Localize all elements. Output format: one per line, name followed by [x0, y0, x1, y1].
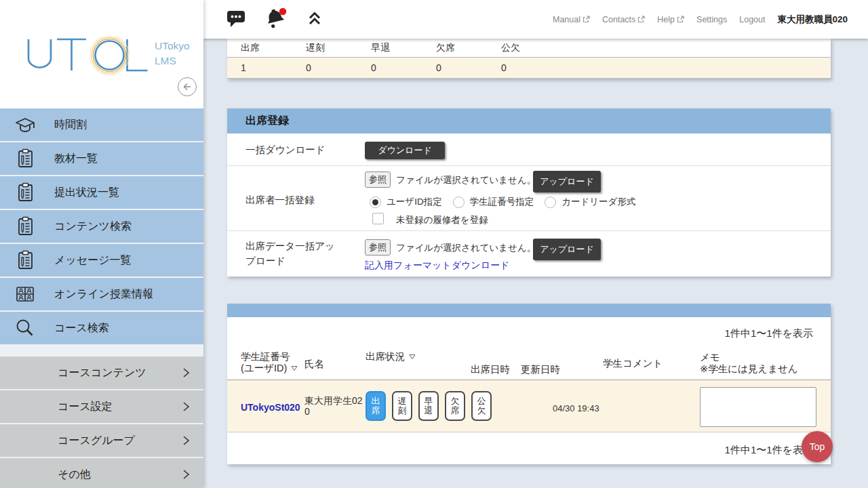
attendance-register-panel: 出席登録 一括ダウンロード ダウンロード 出席者一括登録 参照 ファイルが選択さ… [227, 108, 831, 277]
radio-card-reader[interactable] [545, 197, 556, 208]
download-button[interactable]: ダウンロード [365, 142, 445, 159]
student-no-header-line2: (ユーザID) [241, 363, 298, 374]
svg-text:UTokyo: UTokyo [155, 40, 190, 52]
logout-label: Logout [739, 15, 765, 24]
sidebar-item-course-contents[interactable]: コースコンテンツ [0, 357, 203, 389]
attendee-bulk-row: 出席者一括登録 参照 ファイルが選択されていません。 アップロード ユーザID指… [227, 166, 831, 231]
sidebar-item-label: コンテンツ検索 [54, 220, 132, 234]
no-file-text: ファイルが選択されていません。 [396, 242, 536, 254]
status-early-leave-button[interactable]: 早退 [418, 391, 439, 421]
sidebar-item-online-class[interactable]: オンライン授業情報 [0, 278, 203, 310]
notifications-button[interactable] [264, 7, 288, 33]
sidebar-logo-area: UTokyo LMS [0, 0, 203, 108]
result-count-bottom: 1件中1〜1件を表示 [725, 444, 813, 457]
summary-value-present: 1 [241, 62, 306, 73]
contacts-link[interactable]: Contacts [602, 15, 645, 24]
status-excused-button[interactable]: 公欠 [471, 391, 492, 421]
register-type-radios: ユーザID指定 学生証番号指定 カードリーダ形式 [370, 196, 646, 208]
settings-label: Settings [696, 15, 727, 24]
browse-button[interactable]: 参照 [365, 171, 391, 188]
unregistered-checkbox[interactable] [372, 213, 384, 224]
help-link[interactable]: Help [657, 15, 684, 24]
status-present-button[interactable]: 出席 [366, 391, 386, 421]
status-absent-button[interactable]: 欠席 [445, 391, 465, 421]
status-late-button[interactable]: 遅刻 [392, 391, 412, 421]
sidebar-item-course-search[interactable]: コース検索 [0, 312, 203, 344]
manual-link[interactable]: Manual [553, 15, 590, 24]
col-header-name: 氏名 [304, 359, 324, 370]
chevron-right-icon [182, 468, 190, 481]
sidebar: UTokyo LMS 時間割 教材一覧 [0, 0, 203, 488]
settings-link[interactable]: Settings [696, 15, 727, 24]
radio-student-no-label: 学生証番号指定 [470, 196, 534, 208]
sidebar-collapse-button[interactable] [178, 77, 197, 96]
manual-label: Manual [553, 15, 580, 24]
collapse-topbar-button[interactable] [306, 9, 323, 30]
sidebar-item-label: オンライン授業情報 [54, 287, 153, 302]
bulk-download-label: 一括ダウンロード [245, 144, 326, 157]
summary-value-early-leave: 0 [371, 62, 436, 73]
upload-button[interactable]: アップロード [533, 171, 601, 192]
chevron-right-icon [182, 367, 190, 379]
sidebar-item-content-search[interactable]: コンテンツ検索 [0, 210, 203, 243]
memo-input[interactable] [700, 387, 816, 427]
topbar-icons [226, 7, 323, 33]
sidebar-item-course-group[interactable]: コースグループ [0, 424, 203, 457]
radio-user-id[interactable] [370, 197, 381, 208]
scroll-to-top-button[interactable]: Top [802, 431, 833, 462]
clipboard-icon [14, 148, 36, 169]
data-upload-row: 出席データ一括アップロード 参照 ファイルが選択されていません。 アップロード … [227, 231, 831, 277]
utol-logo: UTokyo LMS [27, 37, 197, 79]
status-buttons: 出席 遅刻 早退 欠席 公欠 [366, 391, 492, 421]
sidebar-item-materials[interactable]: 教材一覧 [0, 142, 203, 175]
sidebar-item-others[interactable]: その他 [0, 458, 203, 488]
student-no-header-line1: 学生証番号 [241, 351, 298, 363]
panel-title-text: 出席登録 [245, 114, 289, 128]
col-header-attended-at: 出席日時 [471, 364, 510, 375]
attendance-datetime: 04/30 19:43 [553, 403, 599, 413]
result-count-top: 1件中1〜1件を表示 [725, 327, 813, 340]
students-panel-header-bar [227, 304, 831, 317]
col-header-memo: メモ ※学生には見えません [700, 352, 798, 375]
browse-button[interactable]: 参照 [365, 239, 391, 256]
memo-header-line2: ※学生には見えません [700, 363, 798, 375]
radio-card-reader-label: カードリーダ形式 [561, 196, 635, 208]
col-header-student-no[interactable]: 学生証番号 (ユーザID) [241, 351, 298, 374]
chat-button[interactable] [226, 9, 246, 30]
topbar-links: Manual Contacts Help Settings Logout [553, 14, 868, 26]
sidebar-item-course-settings[interactable]: コース設定 [0, 390, 203, 423]
sort-icon [409, 354, 416, 360]
summary-header-excused: 公欠 [501, 42, 566, 54]
sidebar-item-label: その他 [58, 468, 91, 482]
summary-header-absent: 欠席 [436, 42, 501, 54]
radio-student-no[interactable] [453, 197, 465, 208]
bulk-download-row: 一括ダウンロード ダウンロード [227, 134, 831, 166]
memo-header-line1: メモ [700, 352, 798, 363]
clipboard-icon [14, 216, 36, 237]
unregistered-checkbox-label: 未登録の履修者を登録 [396, 214, 488, 226]
no-file-text: ファイルが選択されていません。 [396, 174, 536, 186]
topbar: Manual Contacts Help Settings Logout [203, 0, 868, 39]
students-table-body: 1件中1〜1件を表示 学生証番号 (ユーザID) 氏名 出席状況 出席日時 更新… [227, 317, 831, 464]
sidebar-item-label: 時間割 [54, 118, 87, 132]
logout-link[interactable]: Logout [739, 15, 765, 24]
upload-button[interactable]: アップロード [533, 239, 601, 260]
sidebar-item-timetable[interactable]: 時間割 [0, 108, 203, 141]
col-header-status[interactable]: 出席状況 [366, 351, 416, 363]
summary-data-row: 1 0 0 0 0 [227, 58, 831, 79]
sidebar-item-label: メッセージ一覧 [54, 253, 132, 268]
student-row: UTokyoSt020 東大用学生020 出席 遅刻 早退 欠席 公欠 04/3… [227, 380, 831, 432]
sidebar-item-submissions[interactable]: 提出状況一覧 [0, 176, 203, 209]
external-link-icon [637, 16, 645, 23]
chevron-right-icon [182, 434, 190, 447]
student-id-link[interactable]: UTokyoSt020 [241, 402, 300, 413]
data-upload-label: 出席データ一括アップロード [245, 239, 336, 268]
main-content: 出席 遅刻 早退 欠席 公欠 1 0 0 0 0 出席登録 一括ダウンロード ダ… [203, 39, 868, 488]
sidebar-item-messages[interactable]: メッセージ一覧 [0, 244, 203, 277]
summary-value-excused: 0 [501, 62, 566, 73]
summary-value-late: 0 [306, 62, 371, 73]
sidebar-item-label: 教材一覧 [54, 152, 98, 166]
attendee-bulk-label: 出席者一括登録 [245, 194, 315, 207]
format-download-link[interactable]: 記入用フォーマットダウンロード [365, 260, 509, 272]
clipboard-icon [14, 249, 36, 271]
